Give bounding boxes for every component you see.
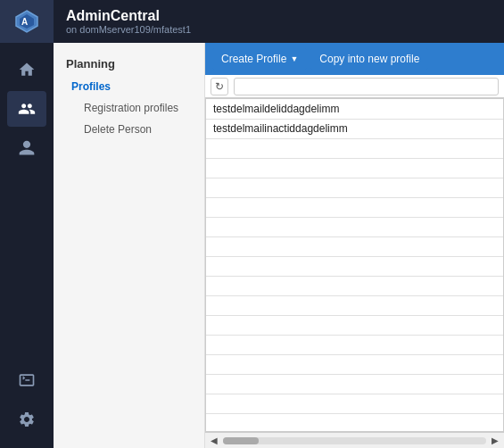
table-row-empty bbox=[206, 413, 503, 432]
search-input[interactable] bbox=[234, 78, 499, 95]
table-row[interactable]: testdelmaildeliddagdelimm bbox=[206, 99, 503, 119]
table-row-empty bbox=[206, 295, 503, 315]
table-row-empty bbox=[206, 335, 503, 354]
nav-item-delete-person[interactable]: Delete Person bbox=[54, 119, 204, 140]
main-area: AdminCentral on domMserver109/mfatest1 P… bbox=[54, 0, 504, 448]
content-area: Planning Profiles Registration profiles … bbox=[54, 43, 504, 448]
chevron-down-icon: ▼ bbox=[290, 54, 298, 63]
scroll-right-arrow[interactable]: ▶ bbox=[490, 436, 500, 445]
search-row: ↻ bbox=[205, 75, 504, 98]
table-row-empty bbox=[206, 315, 503, 335]
table-row-empty bbox=[206, 138, 503, 158]
table-row-empty bbox=[206, 236, 503, 256]
sidebar-item-users[interactable] bbox=[7, 91, 46, 127]
app-title: AdminCentral bbox=[66, 8, 492, 24]
table-row-empty bbox=[206, 276, 503, 295]
svg-text:A: A bbox=[21, 17, 28, 27]
users-icon bbox=[18, 100, 36, 118]
table-row-empty bbox=[206, 217, 503, 236]
table-row-empty bbox=[206, 394, 503, 413]
profiles-list: testdelmaildeliddagdelimmtestdelmailinac… bbox=[206, 99, 503, 432]
sidebar-item-settings[interactable] bbox=[7, 402, 46, 437]
table-row-empty bbox=[206, 354, 503, 374]
terminal-icon bbox=[18, 371, 36, 389]
nav-item-registration-profiles[interactable]: Registration profiles bbox=[54, 97, 204, 119]
table-row[interactable]: testdelmailinactiddagdelimm bbox=[206, 119, 503, 138]
create-profile-button[interactable]: Create Profile ▼ bbox=[212, 48, 307, 70]
table-row-empty bbox=[206, 158, 503, 178]
section-title: Planning bbox=[54, 52, 204, 76]
nav-item-profiles[interactable]: Profiles bbox=[54, 76, 204, 97]
profiles-table: testdelmaildeliddagdelimmtestdelmailinac… bbox=[205, 98, 504, 432]
toolbar: Create Profile ▼ Copy into new profile bbox=[205, 43, 504, 75]
horizontal-scrollbar[interactable]: ◀ ▶ bbox=[205, 432, 504, 448]
scroll-left-arrow[interactable]: ◀ bbox=[209, 436, 219, 445]
logo-icon: A bbox=[14, 9, 39, 34]
sidebar-bottom bbox=[7, 362, 46, 448]
table-row-empty bbox=[206, 374, 503, 394]
person-icon bbox=[18, 139, 36, 157]
sidebar-item-terminal[interactable] bbox=[7, 362, 46, 398]
app-logo: A bbox=[0, 0, 54, 43]
home-icon bbox=[18, 61, 36, 79]
header: AdminCentral on domMserver109/mfatest1 bbox=[54, 0, 504, 43]
left-panel: Planning Profiles Registration profiles … bbox=[54, 43, 205, 448]
sidebar-item-person[interactable] bbox=[7, 130, 46, 166]
table-row-empty bbox=[206, 178, 503, 197]
copy-profile-button[interactable]: Copy into new profile bbox=[310, 48, 428, 70]
scroll-thumb[interactable] bbox=[223, 437, 259, 444]
table-row-empty bbox=[206, 256, 503, 276]
sidebar-nav bbox=[7, 43, 46, 362]
scroll-track[interactable] bbox=[223, 437, 486, 444]
settings-icon bbox=[18, 411, 36, 428]
sidebar-item-home[interactable] bbox=[7, 52, 46, 87]
app-subtitle: on domMserver109/mfatest1 bbox=[66, 24, 492, 35]
table-row-empty bbox=[206, 197, 503, 217]
sidebar: A bbox=[0, 0, 54, 448]
refresh-button[interactable]: ↻ bbox=[211, 78, 228, 95]
right-panel: Create Profile ▼ Copy into new profile ↻… bbox=[205, 43, 504, 448]
